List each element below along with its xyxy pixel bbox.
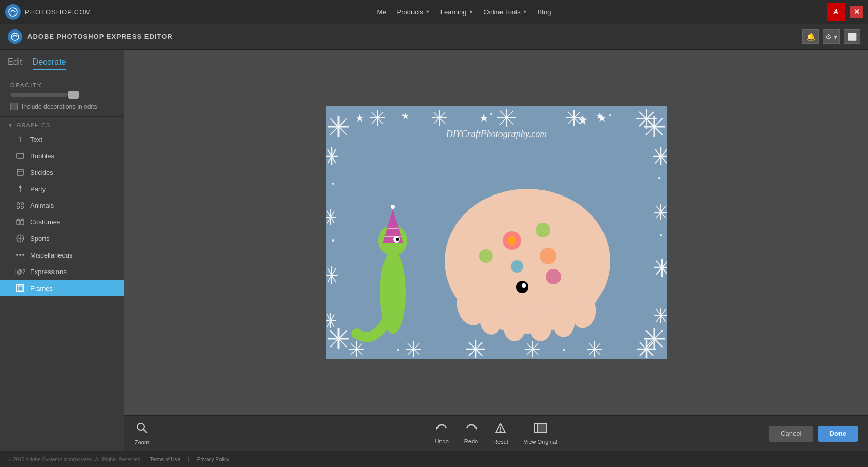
undo-label: Undo bbox=[435, 438, 449, 444]
nav-item-products[interactable]: Products ▼ bbox=[397, 8, 430, 16]
section-arrow-icon: ▼ bbox=[8, 123, 13, 128]
nav-right: A ✕ bbox=[827, 3, 863, 21]
svg-rect-165 bbox=[538, 424, 547, 433]
sidebar-item-label-party: Party bbox=[30, 185, 46, 193]
graphics-section-label: GRAPHICS bbox=[17, 122, 50, 128]
include-decorations-checkbox[interactable] bbox=[10, 103, 18, 110]
svg-point-30 bbox=[511, 260, 523, 273]
redo-icon bbox=[465, 423, 477, 436]
footer-divider: | bbox=[188, 457, 189, 462]
sidebar-item-label-stickies: Stickies bbox=[30, 169, 53, 176]
photoshop-logo-icon bbox=[5, 4, 21, 20]
svg-point-28 bbox=[536, 223, 550, 237]
sidebar-item-label-expressions: Expressions bbox=[30, 268, 67, 276]
svg-text:DIYCraftPhotography.com: DIYCraftPhotography.com bbox=[445, 129, 547, 139]
frames-icon bbox=[16, 283, 25, 293]
svg-point-18 bbox=[16, 254, 18, 256]
top-nav: PHOTOSHOP.COM Me Products ▼ Learning ▼ O… bbox=[0, 0, 868, 24]
nav-item-me[interactable]: Me bbox=[377, 8, 387, 16]
footer-terms-link[interactable]: Terms of Use bbox=[150, 457, 180, 462]
done-button[interactable]: Done bbox=[818, 426, 858, 442]
undo-icon bbox=[436, 423, 448, 436]
share-button[interactable]: 🔔 bbox=[802, 29, 819, 44]
include-decorations[interactable]: Include decorations in edits bbox=[10, 103, 113, 110]
redo-button[interactable]: Redo bbox=[464, 423, 478, 444]
footer-privacy-link[interactable]: Privacy Policy bbox=[197, 457, 229, 462]
toolbar-right: Cancel Done bbox=[769, 426, 858, 442]
svg-line-158 bbox=[143, 429, 146, 432]
nav-item-learning[interactable]: Learning ▼ bbox=[440, 8, 474, 16]
svg-point-33 bbox=[516, 281, 528, 293]
svg-rect-3 bbox=[17, 169, 23, 175]
svg-point-152 bbox=[332, 239, 334, 242]
nav-logo[interactable]: PHOTOSHOP.COM bbox=[5, 4, 91, 20]
svg-point-153 bbox=[658, 177, 660, 179]
svg-point-45 bbox=[391, 205, 395, 209]
bottom-toolbar: Zoom Undo bbox=[124, 415, 868, 451]
opacity-slider[interactable] bbox=[10, 93, 78, 97]
expressions-icon: !@? bbox=[16, 267, 25, 276]
party-icon bbox=[16, 184, 25, 193]
sidebar-item-label-bubbles: Bubbles bbox=[30, 152, 54, 160]
editor-logo-icon bbox=[8, 29, 22, 44]
opacity-slider-thumb[interactable] bbox=[68, 91, 79, 99]
svg-point-148 bbox=[402, 114, 404, 116]
sidebar-item-label-frames: Frames bbox=[30, 284, 53, 292]
miscellaneous-icon bbox=[16, 250, 25, 260]
nav-item-online-tools[interactable]: Online Tools ▼ bbox=[483, 8, 527, 16]
sidebar-item-party[interactable]: Party bbox=[0, 180, 124, 197]
cancel-button[interactable]: Cancel bbox=[769, 426, 813, 442]
svg-point-163 bbox=[500, 431, 502, 432]
svg-point-39 bbox=[552, 304, 575, 337]
editor-title-text: ADOBE PHOTOSHOP EXPRESS EDITOR bbox=[27, 33, 173, 40]
svg-point-7 bbox=[17, 203, 20, 205]
sidebar: Edit Decorate OPACITY Include decoration… bbox=[0, 50, 124, 451]
nav-items: Me Products ▼ Learning ▼ Online Tools ▼ … bbox=[101, 8, 827, 16]
zoom-icon bbox=[136, 422, 148, 436]
svg-point-49 bbox=[396, 238, 399, 241]
svg-point-20 bbox=[22, 254, 24, 256]
nav-item-blog[interactable]: Blog bbox=[538, 8, 551, 16]
canvas-wrapper: DIYCraftPhotography.com DIYCraftPhotogra… bbox=[124, 50, 868, 415]
tab-decorate[interactable]: Decorate bbox=[33, 55, 66, 70]
sidebar-item-animals[interactable]: Animals bbox=[0, 197, 124, 214]
sidebar-item-text[interactable]: T Text bbox=[0, 131, 124, 147]
svg-point-10 bbox=[21, 206, 24, 209]
sidebar-item-frames[interactable]: Frames bbox=[0, 280, 124, 296]
sidebar-item-label-costumes: Costumes bbox=[30, 218, 61, 226]
sidebar-item-costumes[interactable]: Costumes bbox=[0, 214, 124, 230]
tab-edit[interactable]: Edit bbox=[8, 55, 22, 70]
svg-point-32 bbox=[479, 249, 493, 263]
sidebar-item-expressions[interactable]: !@? Expressions bbox=[0, 263, 124, 280]
sidebar-item-label-sports: Sports bbox=[30, 235, 50, 243]
nav-close-button[interactable]: ✕ bbox=[850, 6, 863, 18]
settings-button[interactable]: ⚙ ▾ bbox=[823, 29, 840, 44]
sidebar-item-sports[interactable]: Sports bbox=[0, 230, 124, 247]
svg-point-31 bbox=[546, 269, 561, 284]
sidebar-item-stickies[interactable]: Stickies bbox=[0, 164, 124, 180]
graphics-section-header: ▼ GRAPHICS bbox=[0, 117, 124, 131]
adobe-logo: A bbox=[827, 3, 845, 21]
undo-button[interactable]: Undo bbox=[435, 423, 449, 444]
svg-point-150 bbox=[609, 114, 611, 116]
view-original-button[interactable]: View Original bbox=[524, 423, 557, 445]
zoom-button[interactable]: Zoom bbox=[135, 422, 149, 445]
svg-point-0 bbox=[9, 8, 17, 16]
reset-button[interactable]: Reset bbox=[493, 423, 508, 445]
svg-rect-21 bbox=[17, 284, 24, 292]
reset-label: Reset bbox=[493, 439, 508, 445]
sidebar-item-bubbles[interactable]: Bubbles bbox=[0, 147, 124, 164]
sidebar-item-label-miscellaneous: Miscellaneous bbox=[30, 251, 72, 259]
zoom-label: Zoom bbox=[135, 439, 149, 445]
editor-header-tools: 🔔 ⚙ ▾ ⬜ bbox=[802, 29, 860, 44]
fullscreen-button[interactable]: ⬜ bbox=[844, 29, 860, 44]
svg-point-149 bbox=[490, 113, 492, 115]
include-decorations-label: Include decorations in edits bbox=[22, 103, 97, 110]
footer: © 2013 Adobe Systems Incorporated. All R… bbox=[0, 451, 868, 467]
svg-point-155 bbox=[397, 349, 399, 351]
sidebar-item-miscellaneous[interactable]: Miscellaneous bbox=[0, 247, 124, 263]
canvas-area: DIYCraftPhotography.com DIYCraftPhotogra… bbox=[124, 50, 868, 451]
view-original-icon bbox=[534, 423, 547, 436]
online-tools-dropdown-arrow: ▼ bbox=[523, 9, 527, 14]
editor-body: Edit Decorate OPACITY Include decoration… bbox=[0, 50, 868, 451]
